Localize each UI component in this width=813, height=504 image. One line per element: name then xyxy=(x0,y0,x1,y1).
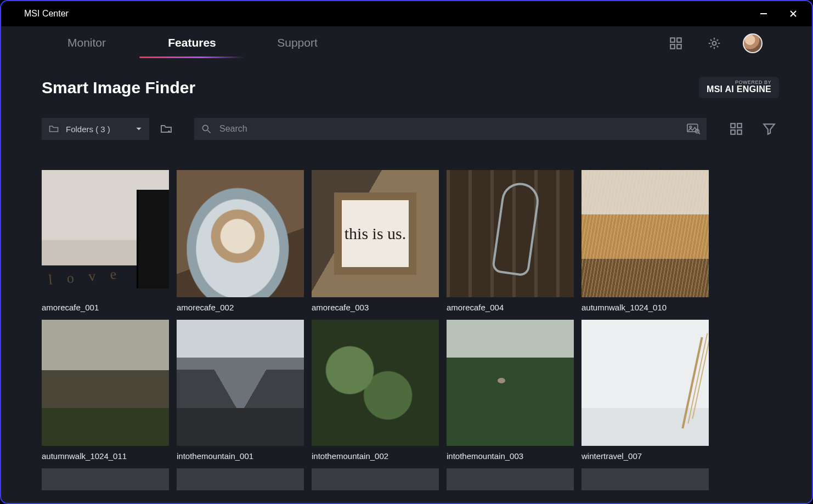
apps-grid-button[interactable] xyxy=(666,33,686,53)
tab-label: Support xyxy=(277,36,318,49)
titlebar: MSI Center xyxy=(1,1,812,26)
image-card[interactable]: autumnwalk_1024_010 xyxy=(581,170,709,312)
svg-rect-14 xyxy=(731,123,735,128)
folders-dropdown[interactable]: Folders ( 3 ) xyxy=(42,118,149,140)
image-card[interactable]: intothemountain_002 xyxy=(312,320,439,461)
image-thumbnail xyxy=(312,468,439,490)
chevron-down-icon xyxy=(135,125,143,133)
page-header: Smart Image Finder POWERED BY MSI AI ENG… xyxy=(42,77,779,98)
image-card[interactable] xyxy=(581,468,709,490)
image-thumbnail xyxy=(581,170,709,297)
svg-point-11 xyxy=(690,126,691,128)
image-thumbnail xyxy=(581,320,709,446)
image-thumbnail xyxy=(42,468,169,490)
image-card[interactable]: intothemountain_001 xyxy=(177,320,304,461)
filter-button[interactable] xyxy=(759,119,779,139)
image-card[interactable]: wintertravel_007 xyxy=(581,320,709,461)
image-thumbnail xyxy=(177,170,304,297)
image-card[interactable]: amorecafe_002 xyxy=(177,170,304,312)
image-thumbnail xyxy=(177,468,304,490)
window-title: MSI Center xyxy=(24,9,69,19)
search-input[interactable] xyxy=(219,124,679,134)
image-card[interactable]: this is us. amorecafe_003 xyxy=(312,170,439,312)
image-filename: intothemountain_003 xyxy=(447,451,574,461)
tab-monitor[interactable]: Monitor xyxy=(34,29,139,58)
svg-rect-3 xyxy=(670,38,675,42)
svg-line-13 xyxy=(698,133,700,134)
folder-plus-icon xyxy=(160,122,173,135)
grid-view-icon xyxy=(729,122,743,136)
image-filename: intothemountain_002 xyxy=(312,451,439,461)
image-filename: amorecafe_003 xyxy=(312,303,439,312)
image-grid-scroll[interactable]: amorecafe_001 amorecafe_002 this is us. … xyxy=(42,170,782,503)
close-button[interactable] xyxy=(784,5,802,22)
tab-label: Monitor xyxy=(67,36,106,49)
view-tools xyxy=(726,119,779,139)
minimize-button[interactable] xyxy=(755,5,772,22)
frame-text: this is us. xyxy=(334,192,416,275)
image-card[interactable]: amorecafe_001 xyxy=(42,170,169,312)
ai-engine-badge: POWERED BY MSI AI ENGINE xyxy=(699,77,779,98)
image-filename: intothemountain_001 xyxy=(177,451,304,461)
main-tabs: Monitor Features Support xyxy=(34,29,350,58)
image-thumbnail xyxy=(42,320,169,446)
image-thumbnail xyxy=(447,170,574,297)
search-bar xyxy=(194,118,707,140)
svg-rect-17 xyxy=(737,130,742,134)
svg-rect-5 xyxy=(670,44,675,49)
image-thumbnail xyxy=(447,320,574,446)
image-thumbnail xyxy=(581,468,709,490)
image-thumbnail xyxy=(42,170,169,297)
folder-icon xyxy=(48,123,59,134)
image-card[interactable]: intothemountain_003 xyxy=(447,320,574,461)
image-card[interactable]: amorecafe_004 xyxy=(447,170,574,312)
image-search-icon xyxy=(687,123,700,134)
user-avatar[interactable] xyxy=(743,33,763,53)
image-filename: autumnwalk_1024_011 xyxy=(42,451,169,461)
tab-support[interactable]: Support xyxy=(245,29,350,58)
page-title: Smart Image Finder xyxy=(42,78,195,97)
settings-button[interactable] xyxy=(704,33,724,53)
image-search-button[interactable] xyxy=(687,123,700,134)
image-filename: amorecafe_002 xyxy=(177,303,304,312)
gear-icon xyxy=(707,36,721,50)
svg-rect-16 xyxy=(731,130,735,134)
image-filename: autumnwalk_1024_010 xyxy=(581,303,709,312)
svg-point-8 xyxy=(202,125,208,131)
search-icon xyxy=(201,123,212,134)
image-card[interactable]: autumnwalk_1024_011 xyxy=(42,320,169,461)
svg-line-9 xyxy=(208,131,211,133)
image-card[interactable] xyxy=(42,468,169,490)
tab-features[interactable]: Features xyxy=(139,29,245,58)
app-window: MSI Center Monitor Features Support xyxy=(0,0,813,504)
header-right xyxy=(666,33,763,53)
toolbar: Folders ( 3 ) xyxy=(42,118,779,140)
close-icon xyxy=(789,9,798,18)
image-card[interactable] xyxy=(447,468,574,490)
content-area: Smart Image Finder POWERED BY MSI AI ENG… xyxy=(1,60,812,503)
image-grid: amorecafe_001 amorecafe_002 this is us. … xyxy=(42,170,782,490)
svg-rect-15 xyxy=(737,123,742,128)
image-thumbnail xyxy=(312,320,439,446)
svg-rect-4 xyxy=(677,38,681,42)
image-filename: wintertravel_007 xyxy=(581,451,709,461)
add-folder-button[interactable] xyxy=(157,120,176,138)
main-tabs-row: Monitor Features Support xyxy=(1,26,812,60)
grid-view-button[interactable] xyxy=(726,119,746,139)
window-controls xyxy=(755,5,802,22)
svg-rect-6 xyxy=(677,44,681,49)
tab-label: Features xyxy=(168,36,216,49)
ai-badge-bottom: MSI AI ENGINE xyxy=(707,85,771,94)
svg-point-7 xyxy=(713,42,716,46)
image-filename: amorecafe_004 xyxy=(447,303,574,312)
image-thumbnail xyxy=(177,320,304,446)
folders-label: Folders ( 3 ) xyxy=(66,124,110,134)
apps-grid-icon xyxy=(669,36,683,50)
minimize-icon xyxy=(759,9,768,18)
image-thumbnail xyxy=(447,468,574,490)
filter-icon xyxy=(762,122,776,136)
image-card[interactable] xyxy=(177,468,304,490)
image-thumbnail: this is us. xyxy=(312,170,439,297)
image-filename: amorecafe_001 xyxy=(42,303,169,312)
image-card[interactable] xyxy=(312,468,439,490)
